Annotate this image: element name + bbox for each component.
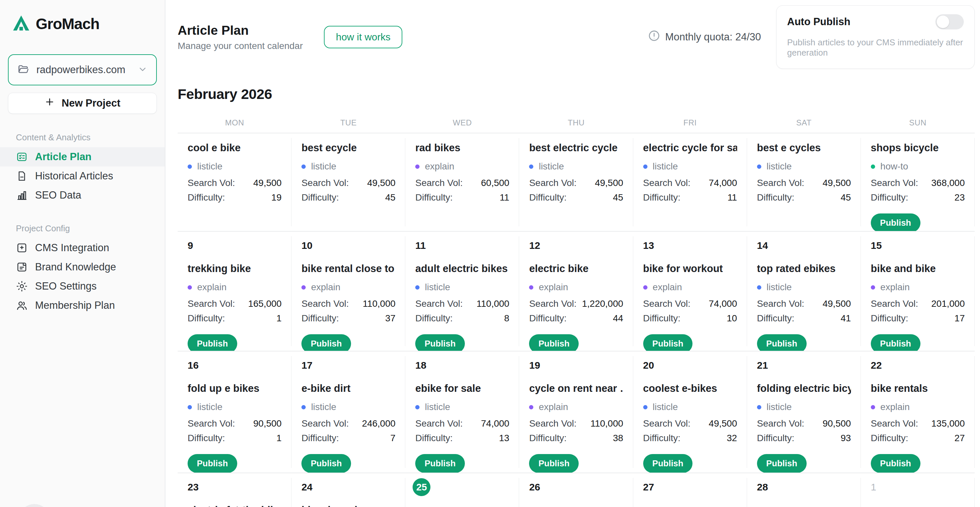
calendar-cell[interactable]: 17e-bike dirtlisticleSearch Vol:246,000D… [291,351,405,473]
calendar-week: 9trekking bikeexplainSearch Vol:165,000D… [178,231,975,351]
sidebar-item-label: Brand Knowledge [35,261,116,273]
calendar-cell[interactable]: 14top rated ebikeslisticleSearch Vol:49,… [747,232,861,351]
difficulty-value: 23 [955,192,965,203]
publish-button[interactable]: Publish [188,454,237,473]
calendar-cell[interactable]: shops bicyclehow-toSearch Vol:368,000Dif… [861,133,975,231]
auto-publish-description: Publish articles to your CMS immediately… [787,37,964,58]
calendar-cell[interactable]: 12electric bikeexplainSearch Vol:1,220,0… [519,232,633,351]
difficulty-label: Difficulty: [871,313,908,324]
difficulty-value: 45 [841,192,851,203]
avatar[interactable] [19,504,50,507]
calendar-cell[interactable]: 22bike rentalsexplainSearch Vol:135,000D… [861,351,975,473]
calendar-cell[interactable]: 18ebike for salelisticleSearch Vol:74,00… [405,351,519,473]
article-title: electric fat-tire bikes [188,504,282,507]
publish-button[interactable]: Publish [301,454,351,473]
sidebar-item-historical-articles[interactable]: Historical Articles [8,166,157,186]
date-number: 16 [188,357,282,373]
brand-knowledge-icon [16,261,28,273]
calendar-cell[interactable]: 23electric fat-tire bikeslisticleSearch … [178,473,291,507]
calendar-cell[interactable]: 10bike rental close to …explainSearch Vo… [291,232,405,351]
calendar-cell[interactable]: best e cycleslisticleSearch Vol:49,500Di… [747,133,861,231]
auto-publish-toggle[interactable] [935,14,964,29]
type-label: listicle [311,402,336,412]
calendar-cell[interactable]: rad bikesexplainSearch Vol:60,500Difficu… [405,133,519,231]
search-volume-label: Search Vol: [188,298,235,309]
day-header-wed: WED [405,118,519,128]
publish-button[interactable]: Publish [529,454,579,473]
search-volume-label: Search Vol: [643,418,690,429]
calendar-cell[interactable]: 26 [519,473,633,507]
seo-settings-icon [16,280,28,292]
difficulty-stat: Difficulty:8 [415,313,509,324]
search-volume-stat: Search Vol:135,000 [871,418,965,429]
calendar-cell[interactable]: 27 [633,473,747,507]
calendar-cell[interactable]: 11adult electric bikeslisticleSearch Vol… [405,232,519,351]
monthly-quota: Monthly quota: 24/30 [648,29,761,45]
calendar-cell[interactable]: 21folding electric bicy…listicleSearch V… [747,351,861,473]
calendar-cell[interactable]: 1 [861,473,975,507]
publish-button[interactable]: Publish [415,334,465,351]
sidebar-item-cms-integration[interactable]: CMS Integration [8,238,157,257]
publish-button[interactable]: Publish [757,334,807,351]
calendar-cell[interactable]: electric cycle for sa…listicleSearch Vol… [633,133,747,231]
calendar-cell[interactable]: 16fold up e bikeslisticleSearch Vol:90,5… [178,351,291,473]
calendar-cell[interactable]: best ecyclelisticleSearch Vol:49,500Diff… [291,133,405,231]
sidebar-item-seo-data[interactable]: SEO Data [8,186,157,205]
calendar-cell[interactable]: 19cycle on rent near …explainSearch Vol:… [519,351,633,473]
search-volume-stat: Search Vol:49,500 [188,178,282,188]
historical-articles-icon [16,170,28,182]
publish-button[interactable]: Publish [415,454,465,473]
article-type: listicle [415,282,509,293]
sidebar-item-article-plan[interactable]: Article Plan [0,147,165,166]
calendar-cell[interactable]: best electric cyclelisticleSearch Vol:49… [519,133,633,231]
publish-button[interactable]: Publish [643,454,693,473]
how-it-works-button[interactable]: how it works [324,26,402,48]
publish-button[interactable]: Publish [188,334,237,351]
calendar-cell[interactable]: 25 [405,473,519,507]
date-number: 19 [529,357,623,373]
calendar-cell[interactable]: 20coolest e-bikeslisticleSearch Vol:49,5… [633,351,747,473]
sidebar-item-label: SEO Settings [35,280,97,292]
sidebar-item-seo-settings[interactable]: SEO Settings [8,277,157,296]
sidebar-nav: Content & AnalyticsArticle PlanHistorica… [8,132,157,315]
calendar-cell[interactable]: 9trekking bikeexplainSearch Vol:165,000D… [178,232,291,351]
date-number: 23 [188,479,282,495]
type-label: explain [880,402,910,412]
difficulty-stat: Difficulty:45 [529,192,623,203]
auto-publish-title: Auto Publish [787,16,850,28]
calendar-cell[interactable]: cool e bikelisticleSearch Vol:49,500Diff… [178,133,291,231]
article-type: listicle [757,402,851,412]
publish-button[interactable]: Publish [871,334,920,351]
difficulty-stat: Difficulty:7 [301,433,395,443]
search-volume-stat: Search Vol:49,500 [301,178,395,188]
date-number: 15 [871,238,965,254]
day-header-sun: SUN [861,118,975,128]
calendar-cell[interactable]: 28 [747,473,861,507]
type-dot-icon [643,285,648,290]
publish-button[interactable]: Publish [529,334,579,351]
article-title: bicycle rack [301,504,395,507]
article-type: listicle [757,161,851,172]
project-selector[interactable]: radpowerbikes.com [8,54,157,85]
calendar-cell[interactable]: 24bicycle rackexplainSearch Vol:60,500 [291,473,405,507]
main: Article Plan Manage your content calenda… [165,0,980,507]
calendar-cell[interactable]: 15bike and bikeexplainSearch Vol:201,000… [861,232,975,351]
search-volume-stat: Search Vol:60,500 [415,178,509,188]
search-volume-value: 1,220,000 [582,298,623,309]
sidebar-section-label: Project Config [16,223,157,234]
type-dot-icon [871,164,875,169]
new-project-button[interactable]: New Project [8,92,157,114]
difficulty-label: Difficulty: [188,313,225,324]
publish-button[interactable]: Publish [871,454,920,473]
calendar-cell[interactable]: 13bike for workoutexplainSearch Vol:74,0… [633,232,747,351]
sidebar-item-membership-plan[interactable]: Membership Plan [8,296,157,315]
publish-button[interactable]: Publish [643,334,693,351]
publish-button[interactable]: Publish [757,454,807,473]
article-title: rad bikes [415,142,509,154]
title-block: Article Plan Manage your content calenda… [178,23,303,52]
sidebar-item-brand-knowledge[interactable]: Brand Knowledge [8,257,157,277]
publish-button[interactable]: Publish [301,334,351,351]
difficulty-value: 44 [613,313,623,324]
publish-button[interactable]: Publish [871,214,920,231]
search-volume-label: Search Vol: [871,418,918,429]
